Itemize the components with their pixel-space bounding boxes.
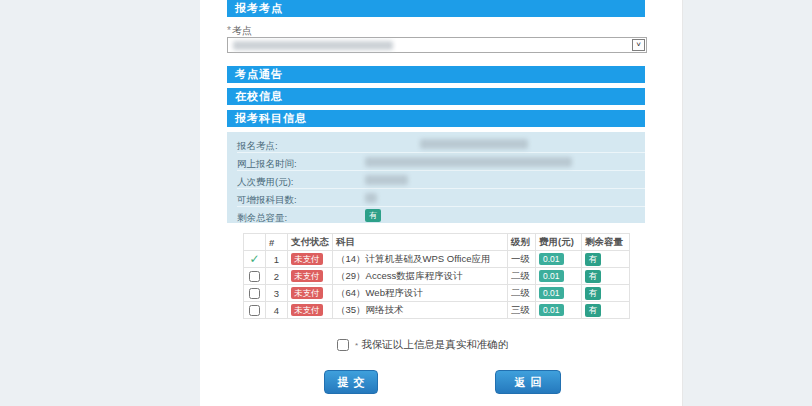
info-row-extra-subjects: 可增报科目数: — [237, 189, 645, 207]
payment-status-badge: 未支付 — [291, 270, 323, 282]
redacted-value — [365, 157, 572, 167]
payment-status-badge: 未支付 — [291, 253, 323, 265]
fee-badge: 0.01 — [539, 304, 564, 316]
fee-badge: 0.01 — [539, 287, 564, 299]
table-row: 4 未支付 （35）网络技术 三级 0.01 有 — [244, 302, 630, 319]
chevron-down-icon[interactable]: ˅ — [632, 39, 645, 51]
agreement-text: 我保证以上信息是真实和准确的 — [361, 338, 508, 352]
exam-site-label-text: 考点 — [232, 25, 252, 36]
subject-name: （64）Web程序设计 — [333, 285, 508, 302]
accordion-school-info[interactable]: 在校信息 — [227, 88, 645, 105]
level-column-header: 级别 — [508, 234, 536, 251]
capacity-available-badge: 有 — [365, 209, 381, 222]
capacity-button[interactable]: 有 — [585, 304, 601, 317]
capacity-button[interactable]: 有 — [585, 270, 601, 283]
subject-level: 三级 — [508, 302, 536, 319]
subject-level: 一级 — [508, 251, 536, 268]
redacted-selected-value — [233, 41, 393, 50]
redacted-value — [365, 175, 408, 185]
capacity-column-header: 剩余容量 — [582, 234, 630, 251]
subject-name: （35）网络技术 — [333, 302, 508, 319]
payment-status-badge: 未支付 — [291, 287, 323, 299]
row-select-checkbox[interactable] — [249, 288, 260, 299]
table-row: 2 未支付 （29）Access数据库程序设计 二级 0.01 有 — [244, 268, 630, 285]
selected-check-icon: ✓ — [249, 252, 259, 266]
info-label-extra-subjects: 可增报科目数: — [237, 194, 297, 205]
subject-column-header: 科目 — [333, 234, 508, 251]
row-index: 2 — [266, 268, 288, 285]
subject-level: 二级 — [508, 285, 536, 302]
exam-site-field-label: *考点 — [227, 24, 252, 38]
subject-table: # 支付状态 科目 级别 费用(元) 剩余容量 ✓ 1 未支付 （14）计算机基… — [243, 233, 630, 319]
section-header-exam-site: 报考考点 — [227, 0, 645, 17]
index-column-header: # — [266, 234, 288, 251]
table-row: 3 未支付 （64）Web程序设计 二级 0.01 有 — [244, 285, 630, 302]
table-row: ✓ 1 未支付 （14）计算机基础及WPS Office应用 一级 0.01 有 — [244, 251, 630, 268]
accordion-subject-info[interactable]: 报考科目信息 — [227, 110, 645, 127]
info-label-capacity: 剩余总容量: — [237, 212, 287, 223]
capacity-button[interactable]: 有 — [585, 253, 601, 266]
info-row-fee: 人次费用(元): — [237, 171, 645, 189]
row-index: 3 — [266, 285, 288, 302]
accordion-site-notice[interactable]: 考点通告 — [227, 66, 645, 83]
row-select-checkbox[interactable] — [249, 271, 260, 282]
redacted-value — [420, 139, 528, 149]
table-header-row: # 支付状态 科目 级别 费用(元) 剩余容量 — [244, 234, 630, 251]
back-button[interactable]: 返回 — [495, 370, 561, 394]
fee-badge: 0.01 — [539, 270, 564, 282]
subject-name: （14）计算机基础及WPS Office应用 — [333, 251, 508, 268]
info-row-site: 报名考点: — [237, 135, 645, 153]
fee-column-header: 费用(元) — [536, 234, 582, 251]
info-row-capacity: 剩余总容量: 有 — [237, 207, 645, 225]
info-label-site: 报名考点: — [237, 140, 278, 151]
form-content-area: 报考考点 *考点 ˅ 考点通告 在校信息 报考科目信息 报名考点: 网上报名时间… — [200, 0, 683, 406]
required-mark: * — [355, 341, 358, 350]
submit-button[interactable]: 提交 — [324, 370, 378, 394]
agreement-checkbox[interactable] — [337, 339, 349, 351]
info-row-time: 网上报名时间: — [237, 153, 645, 171]
status-column-header: 支付状态 — [288, 234, 333, 251]
fee-badge: 0.01 — [539, 253, 564, 265]
payment-status-badge: 未支付 — [291, 304, 323, 316]
info-label-fee: 人次费用(元): — [237, 176, 293, 187]
subject-level: 二级 — [508, 268, 536, 285]
subject-name: （29）Access数据库程序设计 — [333, 268, 508, 285]
exam-site-info-panel: 报名考点: 网上报名时间: 人次费用(元): 可增报科目数: 剩余总容量: 有 — [227, 132, 645, 223]
redacted-value — [365, 193, 377, 203]
row-select-checkbox[interactable] — [249, 305, 260, 316]
capacity-button[interactable]: 有 — [585, 287, 601, 300]
info-label-time: 网上报名时间: — [237, 158, 297, 169]
exam-site-select[interactable]: ˅ — [227, 37, 647, 53]
row-index: 4 — [266, 302, 288, 319]
agreement-row: * 我保证以上信息是真实和准确的 — [337, 338, 508, 352]
row-index: 1 — [266, 251, 288, 268]
select-column-header — [244, 234, 266, 251]
required-mark: * — [227, 25, 231, 36]
page-background: 报考考点 *考点 ˅ 考点通告 在校信息 报考科目信息 报名考点: 网上报名时间… — [0, 0, 812, 406]
